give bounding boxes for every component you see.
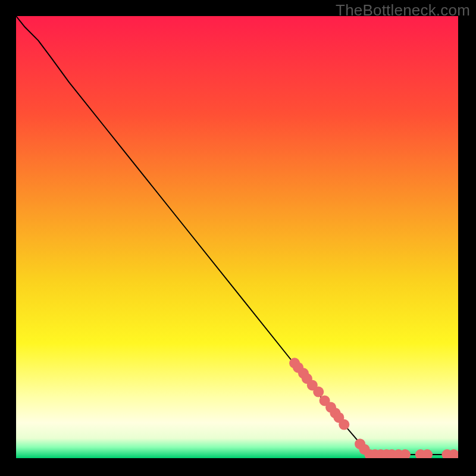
chart-stage: TheBottleneck.com bbox=[0, 0, 476, 476]
chart-svg bbox=[16, 16, 458, 458]
plot-area bbox=[16, 16, 458, 458]
data-marker bbox=[339, 419, 349, 430]
watermark-text: TheBottleneck.com bbox=[336, 1, 470, 20]
data-marker bbox=[313, 387, 324, 397]
chart-background bbox=[16, 16, 458, 458]
